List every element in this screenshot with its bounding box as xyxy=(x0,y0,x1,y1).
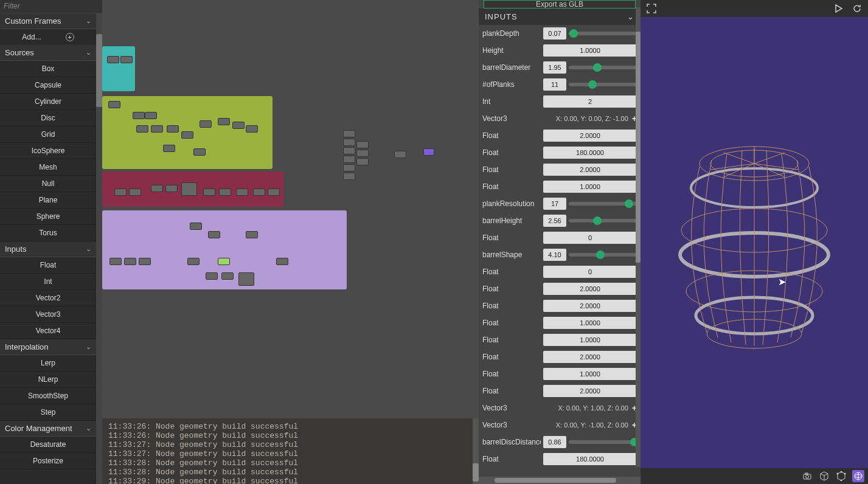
camera-icon[interactable] xyxy=(801,470,813,482)
node[interactable] xyxy=(208,231,220,238)
node-frame-teal[interactable] xyxy=(102,46,135,91)
node[interactable] xyxy=(203,188,215,196)
output-node[interactable] xyxy=(423,148,434,156)
library-item-int[interactable]: Int xyxy=(0,274,96,290)
input-value-box[interactable]: 1.95 xyxy=(543,61,566,74)
input-value-box[interactable]: 1.0000 xyxy=(543,181,637,193)
section-color-management[interactable]: Color Management ⌄ xyxy=(0,421,96,437)
cube-icon[interactable] xyxy=(818,470,830,482)
input-value-box[interactable]: 0 xyxy=(543,266,637,278)
node[interactable] xyxy=(151,185,163,192)
play-icon[interactable] xyxy=(833,2,845,15)
input-value-box[interactable]: 17 xyxy=(543,198,566,210)
node[interactable] xyxy=(343,139,355,146)
node[interactable] xyxy=(108,101,120,108)
node-frame-green[interactable] xyxy=(102,96,273,169)
slider-track[interactable] xyxy=(569,440,637,444)
library-item-vector4[interactable]: Vector4 xyxy=(0,323,96,339)
scrollbar-thumb[interactable] xyxy=(495,478,616,483)
node[interactable] xyxy=(219,188,231,196)
library-item-smoothstep[interactable]: SmoothStep xyxy=(0,388,96,404)
scrollbar-thumb[interactable] xyxy=(96,34,102,107)
node[interactable] xyxy=(120,56,133,63)
input-value-box[interactable]: 1.0000 xyxy=(543,368,637,380)
input-value-box[interactable]: 2.0000 xyxy=(543,164,637,176)
node[interactable] xyxy=(109,258,122,265)
library-item-plane[interactable]: Plane xyxy=(0,192,96,209)
section-inputs[interactable]: Inputs ⌄ xyxy=(0,241,96,257)
input-value-box[interactable]: 4.10 xyxy=(543,249,566,261)
preview-viewport[interactable]: ➤ xyxy=(641,17,868,468)
node[interactable] xyxy=(343,156,355,163)
node[interactable] xyxy=(268,188,280,196)
input-value-box[interactable]: 2.56 xyxy=(543,215,566,227)
node[interactable] xyxy=(190,223,202,230)
slider-thumb[interactable] xyxy=(596,251,605,259)
library-item-capsule[interactable]: Capsule xyxy=(0,77,96,94)
input-value-box[interactable]: 0.86 xyxy=(543,436,566,448)
slider-thumb[interactable] xyxy=(569,29,578,38)
node[interactable] xyxy=(218,118,230,125)
library-item-lerp[interactable]: Lerp xyxy=(0,355,96,372)
library-item-vector3[interactable]: Vector3 xyxy=(0,306,96,323)
inputs-vertical-scrollbar[interactable] xyxy=(636,7,641,467)
node[interactable] xyxy=(181,182,197,196)
node[interactable] xyxy=(238,272,254,286)
node[interactable] xyxy=(218,258,230,265)
input-value-box[interactable]: 0 xyxy=(543,232,637,244)
node[interactable] xyxy=(343,173,355,180)
library-item-nlerp[interactable]: NLerp xyxy=(0,372,96,388)
slider-track[interactable] xyxy=(569,219,637,223)
library-item-step[interactable]: Step xyxy=(0,404,96,421)
inputs-header[interactable]: INPUTS ⌄ xyxy=(479,9,641,25)
node[interactable] xyxy=(206,272,218,280)
library-item-torus[interactable]: Torus xyxy=(0,225,96,241)
library-item-cylinder[interactable]: Cylinder xyxy=(0,94,96,110)
input-value-box[interactable]: 2.0000 xyxy=(543,351,637,363)
node[interactable] xyxy=(356,158,369,165)
input-value-box[interactable]: 180.0000 xyxy=(543,147,637,159)
node[interactable] xyxy=(343,147,355,154)
library-item-desaturate[interactable]: Desaturate xyxy=(0,437,96,453)
slider-thumb[interactable] xyxy=(593,216,602,225)
library-item-disc[interactable]: Disc xyxy=(0,110,96,126)
node[interactable] xyxy=(276,258,288,265)
node[interactable] xyxy=(145,112,157,119)
node[interactable] xyxy=(221,272,234,280)
add-frame-button[interactable]: Add... + xyxy=(0,29,96,45)
node[interactable] xyxy=(181,131,193,139)
node-canvas[interactable] xyxy=(102,0,479,418)
library-scrollbar[interactable] xyxy=(96,13,102,484)
library-item-posterize[interactable]: Posterize xyxy=(0,453,96,469)
node[interactable] xyxy=(200,120,212,128)
scrollbar-thumb[interactable] xyxy=(473,463,479,482)
input-value-box[interactable]: 180.0000 xyxy=(543,453,637,465)
inputs-horizontal-scrollbar[interactable] xyxy=(479,477,641,484)
input-value-box[interactable]: 11 xyxy=(543,78,566,91)
library-item-float[interactable]: Float xyxy=(0,257,96,274)
node[interactable] xyxy=(129,188,141,196)
slider-track[interactable] xyxy=(569,202,637,206)
node[interactable] xyxy=(343,164,355,171)
input-value-box[interactable]: 2 xyxy=(543,95,637,108)
node[interactable] xyxy=(133,112,145,119)
node[interactable] xyxy=(193,148,206,156)
library-item-sphere[interactable]: Sphere xyxy=(0,209,96,225)
input-value-box[interactable]: 0.07 xyxy=(543,27,566,40)
library-item-null[interactable]: Null xyxy=(0,176,96,192)
node-frame-maroon[interactable] xyxy=(102,171,283,207)
node[interactable] xyxy=(232,122,245,129)
node-frame-purple[interactable] xyxy=(102,210,347,289)
node[interactable] xyxy=(356,141,369,148)
node[interactable] xyxy=(136,125,148,133)
node[interactable] xyxy=(114,188,127,196)
input-value-box[interactable]: 1.0000 xyxy=(543,334,637,346)
input-value-box[interactable]: 2.0000 xyxy=(543,385,637,397)
slider-thumb[interactable] xyxy=(625,199,633,208)
section-custom-frames[interactable]: Custom Frames ⌄ xyxy=(0,13,96,29)
node[interactable] xyxy=(343,130,355,137)
input-value-box[interactable]: 1.0000 xyxy=(543,44,637,57)
node[interactable] xyxy=(167,125,179,133)
scrollbar-thumb[interactable] xyxy=(636,32,641,263)
input-value-box[interactable]: 2.0000 xyxy=(543,300,637,312)
